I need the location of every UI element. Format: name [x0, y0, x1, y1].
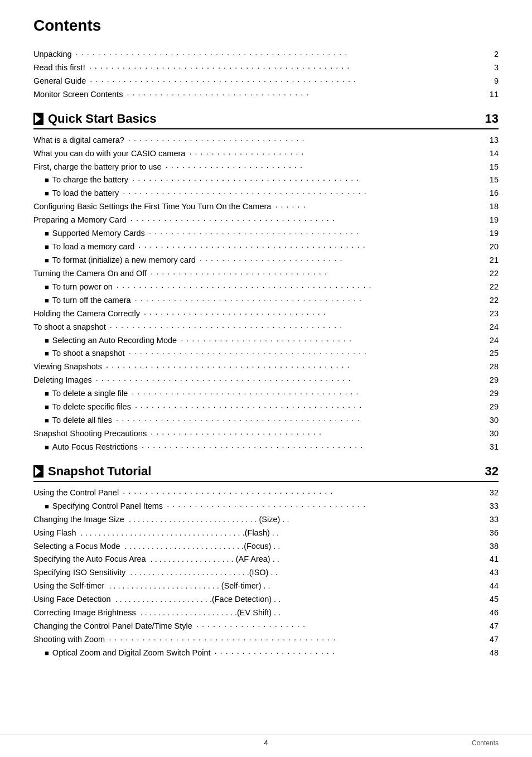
page-num: 19 — [490, 227, 499, 240]
entry-self-timer: Using the Self-timer . . . . . . . . . .… — [33, 580, 499, 593]
entry-what-is: What is a digital camera? · · · · · · · … — [33, 134, 499, 147]
entry-text: To charge the battery — [52, 173, 128, 187]
dot-leader: · · · · · · · · · · · · · · · · · · · · … — [103, 360, 489, 374]
dot-leader: · · · · · · · · · · · · · · · · · · · · … — [132, 401, 489, 414]
bullet-content: Specifying Control Panel Items · · · · ·… — [52, 500, 499, 513]
bullet-content: Selecting an Auto Recording Mode · · · ·… — [52, 334, 499, 348]
bullet-content: To turn power on · · · · · · · · · · · ·… — [52, 281, 499, 294]
entry-configuring: Configuring Basic Settings the First Tim… — [33, 200, 499, 214]
entry-text: To turn power on — [52, 281, 113, 294]
entry-text: What is a digital camera? — [33, 134, 124, 147]
page-num: 28 — [490, 360, 499, 374]
entry-date-time: Changing the Control Panel Date/Time Sty… — [33, 620, 499, 633]
page-num: 33 — [490, 500, 499, 513]
bullet-content: To load a memory card · · · · · · · · · … — [52, 240, 499, 254]
dot-leader — [281, 540, 488, 553]
bullet-content: Optical Zoom and Digital Zoom Switch Poi… — [52, 647, 499, 660]
entry-text: To delete a single file — [52, 387, 128, 401]
page-num: 11 — [490, 88, 499, 102]
page-num: 47 — [490, 620, 499, 633]
page-num: 21 — [490, 254, 499, 267]
page-num: 44 — [490, 580, 499, 593]
entry-flash: Using Flash . . . . . . . . . . . . . . … — [33, 527, 499, 540]
entry-text: To load the battery — [52, 187, 119, 200]
entry-text: Holding the Camera Correctly — [33, 307, 140, 321]
dot-leader: · · · · · · · · · · · · · · · · · · · · … — [113, 414, 489, 427]
snapshot-tutorial-entries: Using the Control Panel · · · · · · · · … — [33, 486, 499, 660]
page-num: 36 — [490, 527, 499, 540]
page-num: 29 — [490, 387, 499, 401]
bullet-icon: ■ — [45, 295, 49, 306]
bullet-icon: ■ — [45, 401, 49, 413]
entry-text: Viewing Snapshots — [33, 360, 102, 374]
page-num: 25 — [490, 347, 499, 360]
dot-leader: · · · · · · · · · · · · · · · · · · · · … — [128, 214, 489, 227]
page-num: 23 — [490, 307, 499, 321]
entry-text: Configuring Basic Settings the First Tim… — [33, 200, 271, 214]
entry-delete-specific: ■ To delete specific files · · · · · · ·… — [33, 401, 499, 414]
page: Contents Unpacking · · · · · · · · · · ·… — [0, 0, 532, 757]
quick-start-page: 13 — [485, 112, 499, 126]
quick-start-title: Quick Start Basics — [48, 112, 156, 126]
bullet-content: To shoot a snapshot · · · · · · · · · · … — [52, 347, 499, 360]
bullet-icon: ■ — [45, 414, 49, 426]
entry-text: To delete specific files — [52, 401, 131, 414]
entry-text: Read this first! — [33, 61, 85, 75]
bullet-icon: ■ — [45, 228, 49, 239]
dot-leader — [280, 553, 489, 566]
entry-control-panel-items: ■ Specifying Control Panel Items · · · ·… — [33, 500, 499, 513]
page-num: 18 — [490, 200, 499, 214]
bullet-icon: ■ — [45, 241, 49, 253]
entry-face-detection: Using Face Detection . . . . . . . . . .… — [33, 593, 499, 606]
page-num: 46 — [490, 606, 499, 620]
entry-turning: Turning the Camera On and Off · · · · · … — [33, 267, 499, 281]
dot-leader — [280, 527, 489, 540]
entry-text: Using Face Detection . . . . . . . . . .… — [33, 593, 280, 606]
entry-text: To delete all files — [52, 414, 112, 427]
snapshot-tutorial-header: Snapshot Tutorial 32 — [33, 464, 499, 482]
page-num: 29 — [490, 374, 499, 387]
entry-holding: Holding the Camera Correctly · · · · · ·… — [33, 307, 499, 321]
dot-leader: · · · · · · · · · · · · · · · · · · · · … — [87, 75, 493, 88]
toc-entry-unpacking: Unpacking · · · · · · · · · · · · · · · … — [33, 48, 499, 61]
entry-supported-cards: ■ Supported Memory Cards · · · · · · · ·… — [33, 227, 499, 240]
dot-leader: · · · · · · · · · · · · · · · · · · · · … — [163, 161, 489, 174]
bullet-icon: ■ — [45, 388, 49, 399]
entry-text: Turning the Camera On and Off — [33, 267, 147, 281]
footer: 4 Contents — [0, 735, 532, 747]
entry-text: Optical Zoom and Digital Zoom Switch Poi… — [52, 647, 211, 660]
bullet-icon: ■ — [45, 441, 49, 453]
entry-load-card: ■ To load a memory card · · · · · · · · … — [33, 240, 499, 254]
dot-leader: · · · · · · · · · · · · · · · · · · · · … — [114, 281, 489, 294]
entry-first-charge: First, charge the battery prior to use ·… — [33, 161, 499, 174]
bullet-content: Supported Memory Cards · · · · · · · · ·… — [52, 227, 499, 240]
entry-text: Auto Focus Restrictions — [52, 441, 138, 454]
entry-precautions: Snapshot Shooting Precautions · · · · · … — [33, 427, 499, 441]
page-num: 20 — [490, 240, 499, 254]
bullet-content: To turn off the camera · · · · · · · · ·… — [52, 294, 499, 307]
dot-leader: · · · · · · · · · · · · · · · · · · · · … — [124, 88, 488, 102]
page-num: 22 — [490, 267, 499, 281]
dot-leader — [291, 513, 489, 527]
entry-image-size: Changing the Image Size . . . . . . . . … — [33, 513, 499, 527]
entry-load-battery: ■ To load the battery · · · · · · · · · … — [33, 187, 499, 200]
dot-leader: · · · · · · · · · · · · · · · · · · · · … — [178, 334, 489, 348]
entry-charge-battery: ■ To charge the battery · · · · · · · · … — [33, 173, 499, 187]
bullet-icon: ■ — [45, 500, 49, 512]
entry-text: Unpacking — [33, 48, 72, 61]
dot-leader: · · · · · · · · · · · · · · · · · · · · … — [129, 387, 489, 401]
dot-leader: · · · · · · · · · · · · · · · · · · · · … — [148, 267, 489, 281]
entry-iso: Specifying ISO Sensitivity . . . . . . .… — [33, 566, 499, 580]
dot-leader: · · · · · · · · · · · · · · · · · · · · … — [73, 48, 493, 61]
bullet-icon: ■ — [45, 348, 49, 359]
dot-leader: · · · · · · · · · · · · · · · · · · · · … — [120, 187, 489, 200]
page-num: 47 — [490, 633, 499, 647]
dot-leader: · · · · · · · · · · · · · · · · · · · · … — [186, 147, 488, 161]
page-num: 33 — [490, 513, 499, 527]
dot-leader: · · · · · · · · · · · · · · · · · · · · … — [106, 633, 489, 647]
entry-text: Monitor Screen Contents — [33, 88, 123, 102]
entry-viewing: Viewing Snapshots · · · · · · · · · · · … — [33, 360, 499, 374]
dot-leader — [279, 566, 489, 580]
toc-entry-read: Read this first! · · · · · · · · · · · ·… — [33, 61, 499, 75]
dot-leader: · · · · · · · · · · · · · · · · · · · · — [194, 620, 489, 633]
